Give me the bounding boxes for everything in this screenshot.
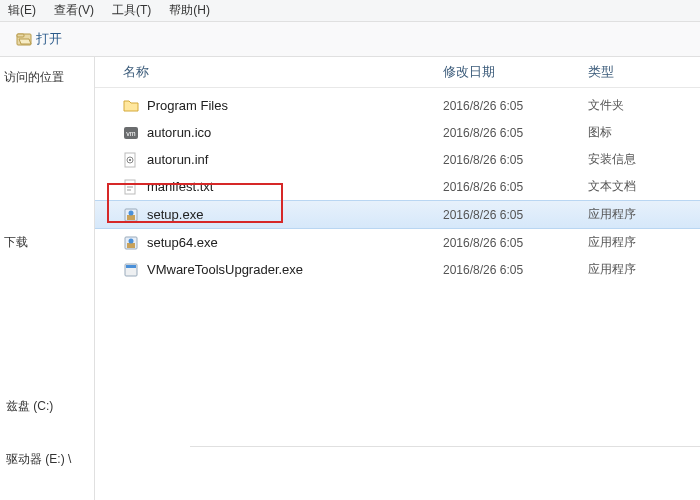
inf-icon (123, 152, 139, 168)
col-name[interactable]: 名称 (123, 63, 443, 81)
svg-rect-6 (129, 159, 131, 161)
file-type-cell: 应用程序 (588, 234, 700, 251)
col-type[interactable]: 类型 (588, 63, 700, 81)
menu-bar: 辑(E) 查看(V) 工具(T) 帮助(H) (0, 0, 700, 22)
open-icon (16, 31, 32, 47)
file-name-cell: manifest.txt (123, 179, 443, 195)
file-row[interactable]: VMwareToolsUpgrader.exe2016/8/26 6:05应用程… (95, 256, 700, 283)
file-date-cell: 2016/8/26 6:05 (443, 208, 588, 222)
file-row[interactable]: Program Files2016/8/26 6:05文件夹 (95, 92, 700, 119)
sidebar-disk-c[interactable]: 兹盘 (C:) (2, 395, 92, 418)
file-row[interactable]: setup.exe2016/8/26 6:05应用程序 (95, 200, 700, 229)
svg-rect-1 (17, 34, 24, 37)
txt-icon (123, 179, 139, 195)
column-headers: 名称 修改日期 类型 (95, 57, 700, 88)
open-label: 打开 (36, 30, 62, 48)
file-type-cell: 应用程序 (588, 261, 700, 278)
svg-text:vm: vm (126, 130, 136, 137)
menu-view[interactable]: 查看(V) (54, 2, 94, 19)
sidebar-disk-c-label: 兹盘 (C:) (6, 398, 53, 415)
file-name-label: autorun.inf (147, 152, 208, 167)
file-list-pane: 名称 修改日期 类型 Program Files2016/8/26 6:05文件… (95, 57, 700, 500)
svg-point-13 (129, 210, 134, 215)
sidebar: 访问的位置 下载 兹盘 (C:) 驱动器 (E:) \ (0, 57, 95, 500)
file-date-cell: 2016/8/26 6:05 (443, 153, 588, 167)
file-name-cell: vmautorun.ico (123, 125, 443, 141)
toolbar: 打开 (0, 22, 700, 57)
file-type-cell: 应用程序 (588, 206, 700, 223)
sidebar-downloads[interactable]: 下载 (2, 230, 92, 255)
file-type-cell: 文本文档 (588, 178, 700, 195)
file-name-label: setup.exe (147, 207, 203, 222)
exe-icon (123, 262, 139, 278)
file-name-label: autorun.ico (147, 125, 211, 140)
file-type-cell: 图标 (588, 124, 700, 141)
file-date-cell: 2016/8/26 6:05 (443, 263, 588, 277)
sidebar-drive-e-label: 驱动器 (E:) \ (6, 451, 71, 468)
installer-icon (123, 235, 139, 251)
file-name-cell: Program Files (123, 98, 443, 114)
menu-edit[interactable]: 辑(E) (8, 2, 36, 19)
svg-point-16 (129, 238, 134, 243)
col-date[interactable]: 修改日期 (443, 63, 588, 81)
installer-icon (123, 207, 139, 223)
divider (190, 446, 700, 447)
file-row[interactable]: manifest.txt2016/8/26 6:05文本文档 (95, 173, 700, 200)
folder-icon (123, 98, 139, 114)
file-type-cell: 文件夹 (588, 97, 700, 114)
file-date-cell: 2016/8/26 6:05 (443, 99, 588, 113)
file-date-cell: 2016/8/26 6:05 (443, 236, 588, 250)
svg-rect-18 (126, 265, 136, 268)
file-rows: Program Files2016/8/26 6:05文件夹vmautorun.… (95, 88, 700, 283)
file-row[interactable]: setup64.exe2016/8/26 6:05应用程序 (95, 229, 700, 256)
menu-help[interactable]: 帮助(H) (169, 2, 210, 19)
file-type-cell: 安装信息 (588, 151, 700, 168)
svg-rect-15 (127, 243, 135, 248)
file-date-cell: 2016/8/26 6:05 (443, 180, 588, 194)
file-row[interactable]: autorun.inf2016/8/26 6:05安装信息 (95, 146, 700, 173)
file-name-cell: setup64.exe (123, 235, 443, 251)
file-name-label: manifest.txt (147, 179, 213, 194)
sidebar-recent[interactable]: 访问的位置 (2, 65, 92, 90)
file-name-label: VMwareToolsUpgrader.exe (147, 262, 303, 277)
svg-rect-12 (127, 215, 135, 220)
file-name-cell: setup.exe (123, 207, 443, 223)
file-name-cell: autorun.inf (123, 152, 443, 168)
sidebar-drive-e[interactable]: 驱动器 (E:) \ (2, 448, 92, 471)
vm-icon: vm (123, 125, 139, 141)
file-name-cell: VMwareToolsUpgrader.exe (123, 262, 443, 278)
file-date-cell: 2016/8/26 6:05 (443, 126, 588, 140)
file-name-label: Program Files (147, 98, 228, 113)
file-row[interactable]: vmautorun.ico2016/8/26 6:05图标 (95, 119, 700, 146)
file-name-label: setup64.exe (147, 235, 218, 250)
menu-tools[interactable]: 工具(T) (112, 2, 151, 19)
open-button[interactable]: 打开 (12, 28, 66, 50)
